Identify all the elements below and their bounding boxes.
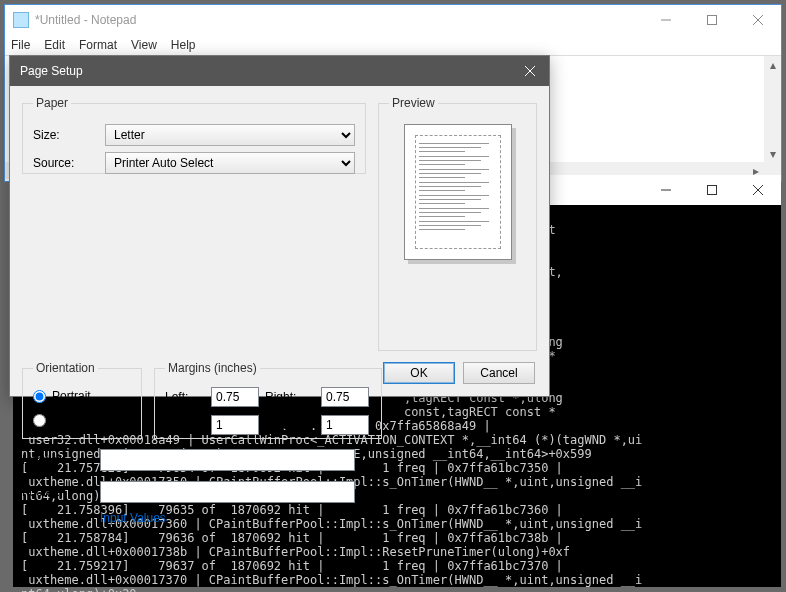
margin-bottom-input[interactable]	[321, 415, 369, 435]
landscape-radio[interactable]	[33, 414, 46, 427]
margin-top-input[interactable]	[211, 415, 259, 435]
footer-label: Footer:	[22, 485, 100, 499]
minimize-button[interactable]	[643, 5, 689, 35]
margins-legend: Margins (inches)	[165, 361, 260, 375]
notepad-title: *Untitled - Notepad	[35, 13, 643, 27]
margin-bottom-label: Bottom:	[265, 418, 317, 432]
cmd-minimize-button[interactable]	[643, 175, 689, 205]
header-label: Header:	[22, 453, 100, 467]
close-button[interactable]	[735, 5, 781, 35]
menu-format[interactable]: Format	[79, 38, 117, 52]
menu-help[interactable]: Help	[171, 38, 196, 52]
size-label: Size:	[33, 128, 105, 142]
paper-group: Paper Size: Letter Source: Printer Auto …	[22, 96, 366, 174]
margin-right-input[interactable]	[321, 387, 369, 407]
cmd-maximize-button[interactable]	[689, 175, 735, 205]
input-values-link[interactable]: Input Values	[100, 511, 537, 525]
portrait-radio[interactable]	[33, 390, 46, 403]
preview-legend: Preview	[389, 96, 438, 110]
margin-top-label: Top:	[165, 418, 207, 432]
svg-rect-1	[708, 16, 717, 25]
svg-rect-5	[708, 186, 717, 195]
notepad-icon	[13, 12, 29, 28]
ok-button[interactable]: OK	[383, 362, 455, 384]
preview-group: Preview	[378, 96, 537, 351]
orientation-legend: Orientation	[33, 361, 98, 375]
scroll-down-icon[interactable]: ▾	[764, 145, 781, 162]
notepad-menubar: File Edit Format View Help	[5, 35, 781, 55]
maximize-button[interactable]	[689, 5, 735, 35]
scroll-up-icon[interactable]: ▴	[764, 56, 781, 73]
portrait-label: Portrait	[52, 389, 91, 403]
size-select[interactable]: Letter	[105, 124, 355, 146]
footer-input[interactable]	[100, 481, 355, 503]
orientation-group: Orientation Portrait Landscape	[22, 361, 142, 439]
cmd-close-button[interactable]	[735, 175, 781, 205]
margin-left-input[interactable]	[211, 387, 259, 407]
dialog-titlebar[interactable]: Page Setup	[10, 56, 549, 86]
preview-page	[404, 124, 512, 260]
source-label: Source:	[33, 156, 105, 170]
cancel-button[interactable]: Cancel	[463, 362, 535, 384]
menu-edit[interactable]: Edit	[44, 38, 65, 52]
notepad-titlebar[interactable]: *Untitled - Notepad	[5, 5, 781, 35]
margin-right-label: Right:	[265, 390, 317, 404]
preview-content-icon	[419, 139, 497, 245]
paper-legend: Paper	[33, 96, 71, 110]
margins-group: Margins (inches) Left: Right: Top: Botto…	[154, 361, 382, 439]
margin-left-label: Left:	[165, 390, 207, 404]
menu-view[interactable]: View	[131, 38, 157, 52]
menu-file[interactable]: File	[11, 38, 30, 52]
dialog-title: Page Setup	[20, 64, 511, 78]
source-select[interactable]: Printer Auto Select	[105, 152, 355, 174]
landscape-label: Landscape	[52, 413, 111, 427]
close-icon	[525, 66, 535, 76]
dialog-close-button[interactable]	[511, 57, 549, 85]
page-setup-dialog: Page Setup Paper Size: Letter Source: Pr…	[9, 55, 550, 397]
vertical-scrollbar[interactable]: ▴ ▾	[764, 56, 781, 162]
header-input[interactable]	[100, 449, 355, 471]
